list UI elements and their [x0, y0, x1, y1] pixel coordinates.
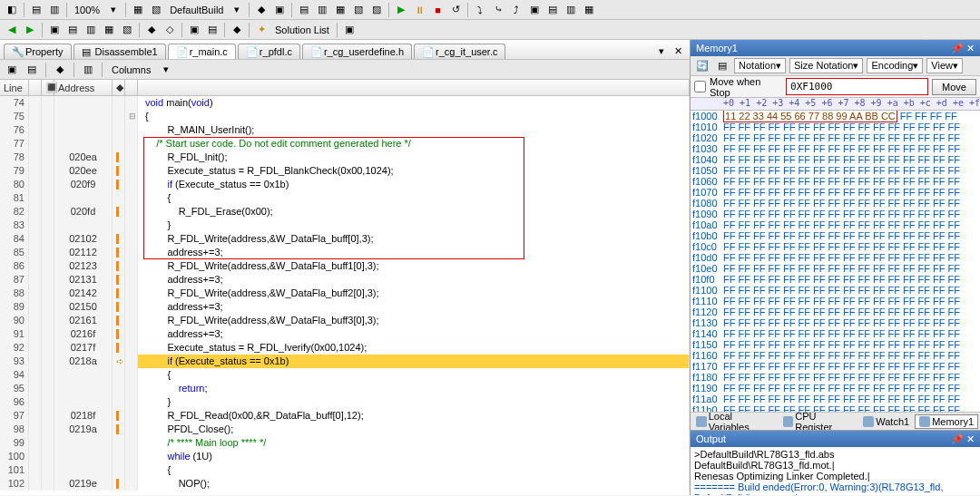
pin-icon[interactable]: 📌 — [951, 43, 964, 53]
code-line[interactable]: 980219a PFDL_Close(); — [0, 423, 690, 436]
code-line[interactable]: 930218a➪ if (Execute_status == 0x1b) — [0, 355, 690, 368]
memory-row[interactable]: f10a0FF FF FF FF FF FF FF FF FF FF FF FF… — [691, 219, 980, 230]
memory-row[interactable]: f10f0FF FF FF FF FF FF FF FF FF FF FF FF… — [691, 274, 980, 285]
tab-memory1[interactable]: Memory1 — [915, 414, 978, 429]
close-icon[interactable]: ✕ — [966, 433, 975, 444]
memory-row[interactable]: f10d0FF FF FF FF FF FF FF FF FF FF FF FF… — [691, 252, 980, 263]
tool-icon[interactable]: ▤ — [204, 22, 220, 38]
memory-address-input[interactable] — [786, 78, 928, 95]
tool-icon[interactable]: ◇ — [162, 22, 178, 38]
tool-icon[interactable]: ▣ — [271, 2, 288, 18]
tool-icon[interactable]: ▤ — [296, 2, 312, 18]
code-line[interactable]: 9002161 R_FDL_Write(address,&W_DataFla_b… — [0, 314, 690, 327]
pause-icon[interactable]: ⏸ — [411, 2, 427, 18]
step-over-icon[interactable]: ⤵ — [472, 2, 488, 18]
columns-dropdown[interactable]: Columns — [108, 64, 154, 75]
chevron-down-icon[interactable]: ▾ — [653, 43, 670, 59]
size-notation-dropdown[interactable]: Size Notation▾ — [789, 58, 863, 73]
output-body[interactable]: >DefaultBuild\RL78G13_fld.abs DefaultBui… — [691, 447, 980, 495]
tool-icon[interactable]: ▣ — [186, 22, 202, 38]
move-when-stop-checkbox[interactable] — [694, 81, 706, 92]
encoding-dropdown[interactable]: Encoding▾ — [867, 58, 923, 73]
tool-icon[interactable]: ▧ — [148, 2, 164, 18]
code-line[interactable]: 79020ee Execute_status = R_FDL_BlankChec… — [0, 164, 690, 178]
solution-icon[interactable]: ✦ — [253, 22, 270, 38]
tool-icon[interactable]: ▥ — [314, 2, 330, 18]
code-line[interactable]: 96 } — [0, 395, 690, 409]
tool-icon[interactable]: ▥ — [83, 22, 99, 38]
chevron-down-icon[interactable]: ▾ — [105, 2, 122, 18]
tool-icon[interactable]: ▥ — [80, 62, 96, 78]
code-line[interactable]: 8602123 R_FDL_Write(address,&W_DataFla_b… — [0, 259, 690, 273]
code-line[interactable]: 80020f9 if (Execute_status == 0x1b) — [0, 178, 690, 191]
memory-row[interactable]: f1080FF FF FF FF FF FF FF FF FF FF FF FF… — [691, 198, 980, 209]
tool-icon[interactable]: ◆ — [143, 22, 160, 38]
close-icon[interactable]: ✕ — [670, 43, 686, 59]
memory-row[interactable]: f1070FF FF FF FF FF FF FF FF FF FF FF FF… — [691, 187, 980, 198]
memory-row[interactable]: f1100FF FF FF FF FF FF FF FF FF FF FF FF… — [691, 285, 980, 296]
code-line[interactable]: 75⊟{ — [0, 110, 690, 123]
code-line[interactable]: 77 /* Start user code. Do not edit comme… — [0, 137, 690, 151]
memory-row[interactable]: f1130FF FF FF FF FF FF FF FF FF FF FF FF… — [691, 317, 980, 328]
tool-icon[interactable]: ▤ — [24, 62, 40, 78]
memory-row[interactable]: f1150FF FF FF FF FF FF FF FF FF FF FF FF… — [691, 339, 980, 350]
tab-disassemble[interactable]: ▤Disassemble1 — [74, 44, 166, 59]
refresh-icon[interactable]: 🔄 — [694, 58, 710, 74]
memory-row[interactable]: f100011 22 33 44 55 66 77 88 99 AA BB CC… — [691, 111, 980, 122]
memory-row[interactable]: f1010FF FF FF FF FF FF FF FF FF FF FF FF… — [691, 122, 980, 132]
code-line[interactable]: 8902150 address+=3; — [0, 300, 690, 314]
code-line[interactable]: 970218f R_FDL_Read(0x00,&R_DataFla_buff[… — [0, 409, 690, 423]
tool-icon[interactable]: ▧ — [119, 22, 135, 38]
tool-icon[interactable]: ◆ — [229, 22, 245, 38]
zoom-level[interactable]: 100% — [71, 5, 103, 15]
step-into-icon[interactable]: ⤷ — [490, 2, 506, 18]
tool-icon[interactable]: ▤ — [714, 58, 730, 74]
move-button[interactable]: Move — [932, 79, 976, 95]
code-line[interactable]: 8402102 R_FDL_Write(address,&W_DataFla_b… — [0, 232, 690, 246]
memory-row[interactable]: f10c0FF FF FF FF FF FF FF FF FF FF FF FF… — [691, 241, 980, 252]
code-line[interactable]: 74void main(void) — [0, 96, 690, 110]
code-line[interactable]: 101 { — [0, 463, 690, 477]
tab-watch1[interactable]: Watch1 — [859, 415, 913, 428]
code-line[interactable]: 94 { — [0, 368, 690, 382]
code-line[interactable]: 81 { — [0, 191, 690, 205]
tool-icon[interactable]: ▨ — [368, 2, 385, 18]
code-line[interactable]: 100 while (1U) — [0, 450, 690, 463]
tool-icon[interactable]: ▣ — [341, 22, 358, 38]
code-body[interactable]: 74void main(void)75⊟{76 R_MAIN_UserInit(… — [0, 96, 690, 495]
memory-row[interactable]: f1040FF FF FF FF FF FF FF FF FF FF FF FF… — [691, 154, 980, 165]
tool-icon[interactable]: ▦ — [130, 2, 146, 18]
step-out-icon[interactable]: ⤴ — [508, 2, 524, 18]
forward-icon[interactable]: ▶ — [22, 22, 38, 38]
tab-rcg-it-user[interactable]: 📄r_cg_it_user.c — [414, 44, 505, 59]
tool-icon[interactable]: ▣ — [4, 62, 20, 78]
tool-icon[interactable]: ▣ — [46, 22, 63, 38]
chevron-down-icon[interactable]: ▾ — [229, 2, 245, 18]
tab-property[interactable]: 🔧Property — [4, 44, 72, 59]
memory-row[interactable]: f1060FF FF FF FF FF FF FF FF FF FF FF FF… — [691, 176, 980, 187]
tool-icon[interactable]: ▤ — [64, 22, 81, 38]
tab-r-pfdl[interactable]: 📄r_pfdl.c — [238, 44, 300, 59]
tool-icon[interactable]: ◆ — [253, 2, 270, 18]
memory-row[interactable]: f1030FF FF FF FF FF FF FF FF FF FF FF FF… — [691, 143, 980, 154]
tool-icon[interactable]: ▦ — [581, 2, 597, 18]
memory-row[interactable]: f1190FF FF FF FF FF FF FF FF FF FF FF FF… — [691, 383, 980, 394]
tab-r-main[interactable]: 📄r_main.c — [168, 44, 236, 59]
tool-icon[interactable]: ▦ — [101, 22, 117, 38]
memory-row[interactable]: f1120FF FF FF FF FF FF FF FF FF FF FF FF… — [691, 306, 980, 317]
memory-row[interactable]: f10b0FF FF FF FF FF FF FF FF FF FF FF FF… — [691, 230, 980, 241]
tool-icon[interactable]: ▦ — [332, 2, 348, 18]
memory-row[interactable]: f1160FF FF FF FF FF FF FF FF FF FF FF FF… — [691, 350, 980, 361]
code-line[interactable]: 910216f address+=3; — [0, 327, 690, 341]
memory-row[interactable]: f1050FF FF FF FF FF FF FF FF FF FF FF FF… — [691, 165, 980, 176]
code-line[interactable]: 8702131 address+=3; — [0, 273, 690, 287]
code-line[interactable]: 82020fd R_FDL_Erase(0x00); — [0, 205, 690, 219]
tool-icon[interactable]: ▤ — [544, 2, 561, 18]
tool-icon[interactable]: ▥ — [46, 2, 63, 18]
code-line[interactable]: 76 R_MAIN_UserInit(); — [0, 123, 690, 137]
memory-row[interactable]: f1170FF FF FF FF FF FF FF FF FF FF FF FF… — [691, 361, 980, 372]
code-line[interactable]: 83 } — [0, 219, 690, 232]
code-line[interactable]: 8802142 R_FDL_Write(address,&W_DataFla_b… — [0, 287, 690, 300]
view-dropdown[interactable]: View▾ — [926, 58, 963, 73]
tool-icon[interactable]: ◆ — [52, 62, 68, 78]
